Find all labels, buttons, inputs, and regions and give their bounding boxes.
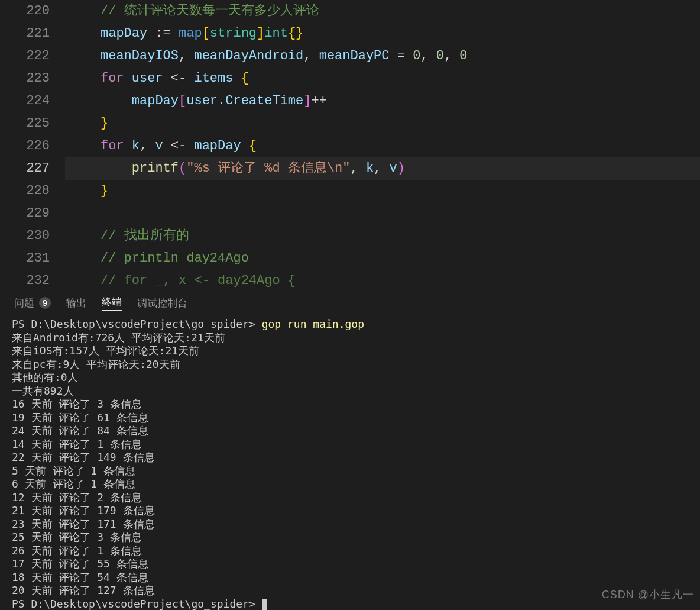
line-number: 225 bbox=[0, 112, 50, 135]
line-number-current: 227 bbox=[0, 157, 50, 180]
problems-count-badge: 9 bbox=[39, 297, 51, 309]
tab-label: 输出 bbox=[66, 296, 86, 310]
line-number: 232 bbox=[0, 270, 50, 289]
terminal-cursor bbox=[262, 599, 267, 610]
code-line[interactable]: for k, v <- mapDay { bbox=[65, 135, 700, 157]
terminal-line: 来自pc有:9人 平均评论天:20天前 bbox=[12, 358, 688, 372]
tab-terminal[interactable]: 终端 bbox=[102, 295, 122, 311]
code-line[interactable]: // 统计评论天数每一天有多少人评论 bbox=[65, 0, 700, 22]
code-line[interactable]: // for _, x <- day24Ago { bbox=[65, 270, 700, 289]
terminal-line: 26 天前 评论了 1 条信息 bbox=[12, 544, 688, 558]
code-line[interactable]: } bbox=[65, 180, 700, 202]
watermark: CSDN @小生凡一 bbox=[602, 588, 694, 602]
terminal-command: gop run main.gop bbox=[262, 318, 364, 330]
terminal-line: 12 天前 评论了 2 条信息 bbox=[12, 491, 688, 505]
terminal-prompt: PS D:\Desktop\vscodeProject\go_spider> bbox=[12, 598, 262, 610]
terminal-line: 19 天前 评论了 61 条信息 bbox=[12, 411, 688, 425]
terminal-line: 25 天前 评论了 3 条信息 bbox=[12, 531, 688, 544]
code-editor[interactable]: 220 221 222 223 224 225 226 227 228 229 … bbox=[0, 0, 700, 289]
terminal-line: 来自iOS有:157人 平均评论天:21天前 bbox=[12, 344, 688, 358]
code-line[interactable] bbox=[65, 202, 700, 225]
terminal-line: 16 天前 评论了 3 条信息 bbox=[12, 398, 688, 411]
terminal-line: 20 天前 评论了 127 条信息 bbox=[12, 584, 688, 598]
tab-debug-console[interactable]: 调试控制台 bbox=[137, 296, 187, 310]
terminal-prompt: PS D:\Desktop\vscodeProject\go_spider> bbox=[12, 318, 262, 330]
terminal-output[interactable]: PS D:\Desktop\vscodeProject\go_spider> g… bbox=[0, 315, 700, 610]
terminal-line: 18 天前 评论了 54 条信息 bbox=[12, 571, 688, 585]
terminal-line: 24 天前 评论了 84 条信息 bbox=[12, 424, 688, 438]
code-content[interactable]: // 统计评论天数每一天有多少人评论 mapDay := map[string]… bbox=[65, 0, 700, 289]
tab-label: 问题 bbox=[14, 296, 34, 310]
terminal-line: 来自Android有:726人 平均评论天:21天前 bbox=[12, 331, 688, 345]
line-number: 224 bbox=[0, 90, 50, 112]
terminal-line: 21 天前 评论了 179 条信息 bbox=[12, 504, 688, 518]
line-number: 222 bbox=[0, 45, 50, 67]
tab-output[interactable]: 输出 bbox=[66, 296, 86, 310]
line-number: 221 bbox=[0, 22, 50, 45]
line-number-gutter: 220 221 222 223 224 225 226 227 228 229 … bbox=[0, 0, 65, 289]
code-line[interactable]: for user <- items { bbox=[65, 67, 700, 90]
terminal-line: 6 天前 评论了 1 条信息 bbox=[12, 477, 688, 491]
terminal-line: 17 天前 评论了 55 条信息 bbox=[12, 557, 688, 571]
code-line[interactable]: mapDay[user.CreateTime]++ bbox=[65, 90, 700, 112]
tab-label: 终端 bbox=[102, 295, 122, 309]
line-number: 229 bbox=[0, 202, 50, 225]
line-number: 226 bbox=[0, 135, 50, 157]
terminal-line: 14 天前 评论了 1 条信息 bbox=[12, 438, 688, 451]
terminal-line: 22 天前 评论了 149 条信息 bbox=[12, 451, 688, 464]
line-number: 220 bbox=[0, 0, 50, 22]
line-number: 223 bbox=[0, 67, 50, 90]
tab-problems[interactable]: 问题 9 bbox=[14, 296, 51, 310]
panel-tabs: 问题 9 输出 终端 调试控制台 bbox=[0, 289, 700, 315]
line-number: 231 bbox=[0, 247, 50, 270]
bottom-panel: 问题 9 输出 终端 调试控制台 PS D:\Desktop\vscodePro… bbox=[0, 289, 700, 610]
line-number: 230 bbox=[0, 225, 50, 247]
code-line[interactable]: // 找出所有的 bbox=[65, 225, 700, 247]
tab-label: 调试控制台 bbox=[137, 296, 187, 310]
code-line[interactable]: } bbox=[65, 112, 700, 135]
code-line[interactable]: meanDayIOS, meanDayAndroid, meanDayPC = … bbox=[65, 45, 700, 67]
terminal-line: 其他的有:0人 bbox=[12, 371, 688, 385]
terminal-line: 23 天前 评论了 171 条信息 bbox=[12, 518, 688, 531]
code-line-current[interactable]: printf("%s 评论了 %d 条信息\n", k, v) bbox=[65, 157, 700, 180]
terminal-line: 一共有892人 bbox=[12, 385, 688, 398]
code-line[interactable]: mapDay := map[string]int{} bbox=[65, 22, 700, 45]
terminal-line: 5 天前 评论了 1 条信息 bbox=[12, 464, 688, 478]
code-line[interactable]: // println day24Ago bbox=[65, 247, 700, 270]
line-number: 228 bbox=[0, 180, 50, 202]
